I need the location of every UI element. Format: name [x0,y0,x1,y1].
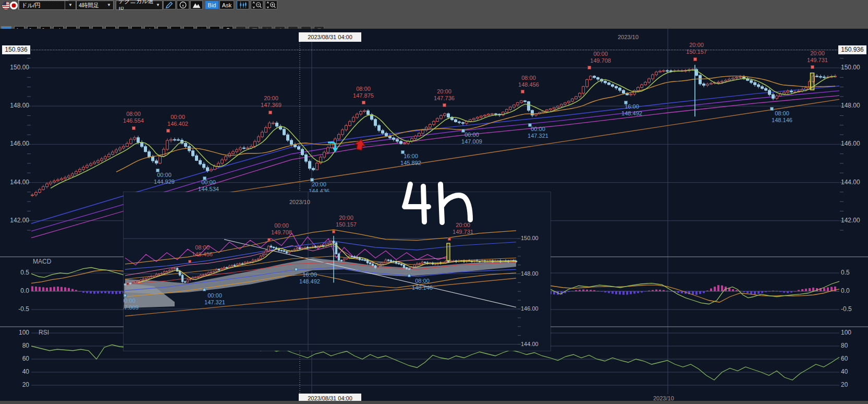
candle-marker [443,103,446,107]
macd-panel-label: MACD [33,258,51,265]
candle-annotation: 08:00146.554 [123,111,144,124]
macd-axis-label-right: 0.0 [841,287,850,294]
candle-marker [448,237,451,241]
inset-price-axis-label: 146.00 [521,305,539,312]
rsi-axis-label-left: 60 [1,355,29,362]
inset-chart-overlay: 2023/10 08:00148.45600:00149.70820:00150… [124,192,551,351]
candle-annotation: 08:00148.146 [412,278,433,291]
candle-marker [624,101,628,104]
candle-marker [132,126,136,130]
candle-marker [267,238,271,241]
bottom-scroll-strip[interactable] [0,401,868,404]
candle-marker [693,57,697,61]
candle-annotation: 20:00150.157 [686,42,707,55]
candle-marker [461,129,465,133]
price-axis-label-left: 142.00 [1,217,29,224]
candle-annotation: 00:00147.009 [461,132,482,145]
candle-marker [408,274,411,277]
candle-annotation: 20:00150.157 [336,215,357,228]
candle-annotation: 20:00149.731 [807,50,828,64]
inset-price-axis-label: 150.00 [521,235,539,241]
candle-annotation: 00:00146.402 [167,114,188,127]
candle-marker [770,107,774,111]
candle-annotation: 16:00145.892 [400,153,421,167]
candle-annotation: 08:00148.456 [518,75,539,88]
candle-marker [310,178,314,182]
rsi-axis-label-right: 60 [841,355,848,362]
candle-annotation: 00:00149.708 [590,51,611,64]
candle-marker [156,169,160,172]
candle-annotation: 20:00149.731 [453,222,473,235]
candle-annotation: 16:00148.492 [299,271,320,285]
rsi-axis-label-right: 20 [841,381,848,388]
top-month-label: 2023/10 [618,34,639,40]
candle-marker [588,66,591,69]
current-price-box-left: 150.936 [2,45,30,54]
candle-marker [203,288,206,291]
macd-axis-label-left: 0.5 [1,269,29,276]
candle-annotation: 00:00147.321 [204,292,225,306]
rsi-axis-label-left: 20 [1,381,29,388]
candle-annotation: 08:00147.875 [353,86,374,99]
price-axis-label-right: 146.00 [841,140,860,147]
candle-marker [362,101,365,104]
macd-axis-label-right: 0.5 [841,269,850,276]
candle-marker [528,123,532,127]
rsi-panel-label: RSI [39,329,49,336]
candle-annotation: 16:00148.492 [621,103,642,117]
candle-annotation: 20:00147.369 [261,95,282,109]
candle-annotation: 20:00147.736 [434,88,455,102]
price-axis-label-left: 148.00 [1,102,29,109]
macd-axis-label-left: 0.0 [1,287,29,294]
current-price-box-right: 150.936 [838,45,866,54]
inset-price-axis-label: 144.00 [521,341,539,347]
rsi-axis-label-left: 80 [1,342,29,349]
candle-marker [401,150,405,154]
candle-marker [166,129,170,133]
inset-price-axis-label: 148.00 [521,270,539,277]
candle-annotation: 00:00147.321 [528,126,548,139]
price-axis-label-left: 144.00 [1,179,29,186]
rsi-axis-label-right: 40 [841,368,848,375]
candle-marker [521,90,524,93]
rsi-axis-label-left: 100 [1,329,29,336]
candle-annotation: 08:00148.456 [192,244,213,258]
candle-marker [188,260,191,263]
candle-annotation: 00:00144.534 [198,179,219,193]
trading-platform-window: ドル/円 ▼ 4時間足▼ テクニカル選択▼ Bid Ask 123Aicon [0,0,868,404]
candle-marker [811,65,814,69]
price-axis-label-right: 148.00 [841,102,860,109]
candle-marker [124,294,127,297]
price-axis-label-right: 150.00 [841,64,860,71]
candle-marker [203,176,206,180]
rsi-axis-label-right: 100 [841,329,851,336]
price-axis-label-right: 142.00 [841,217,860,224]
macd-axis-label-right: -0.5 [841,305,852,313]
candle-annotation: 00:00144.929 [154,172,175,185]
top-date-label: 2023/08/31 04:00 [299,32,361,42]
candle-marker [332,230,335,233]
price-axis-label-left: 150.00 [1,64,29,71]
price-axis-label-right: 144.00 [841,179,860,186]
candle-annotation: 08:00148.146 [772,110,792,124]
candle-annotation: 00:00147.009 [124,298,139,311]
rsi-axis-label-left: 40 [1,368,29,375]
candle-annotation: 00:00149.708 [271,222,292,236]
candle-marker [268,111,272,114]
candle-marker [295,268,298,271]
inset-month-label: 2023/10 [289,199,310,205]
rsi-axis-label-right: 80 [841,342,848,349]
price-axis-label-left: 146.00 [1,140,29,147]
macd-axis-label-left: -0.5 [1,305,29,313]
